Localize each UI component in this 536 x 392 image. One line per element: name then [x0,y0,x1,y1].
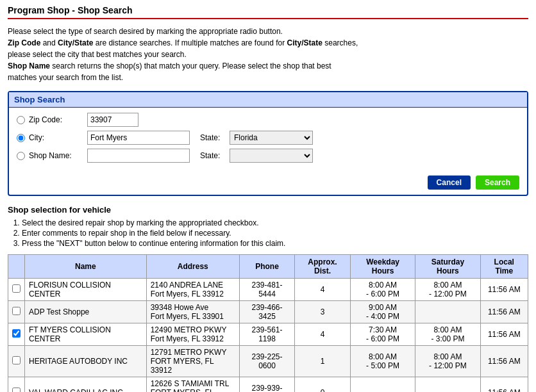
zip-code-radio-label[interactable]: Zip Code: [17,115,87,124]
intro-line4: Shop Name search returns the shop(s) tha… [8,60,528,72]
intro-text: Please select the type of search desired… [8,26,528,83]
col-header-saturday-hours: Saturday Hours [415,255,480,279]
intro-line5: matches your search from the list. [8,72,528,83]
shop-phone: 239-939-2212 [239,377,294,393]
shop-name-row: Shop Name: State: AlabamaAlaskaArizonaAr… [17,149,519,163]
col-header-phone: Phone [239,255,294,279]
zip-code-row: Zip Code: [17,113,519,127]
shop-name: FLORISUN COLLISION CENTER [25,279,147,301]
zip-code-input[interactable] [87,113,138,127]
intro-line2: Zip Code and City/State are distance sea… [8,37,528,49]
shop-name-input[interactable] [87,149,190,163]
shop-address: 12791 METRO PKWYFORT MYERS, FL 33912 [146,346,239,377]
table-row: VAL WARD CADILLAC INC12626 S TAMIAMI TRL… [8,377,528,393]
table-row: HERITAGE AUTOBODY INC12791 METRO PKWYFOR… [8,346,528,377]
zip-code-label: Zip Code: [29,115,62,124]
zip-code-radio[interactable] [17,116,25,124]
city-row: City: State: AlabamaAlaskaArizonaArkansa… [17,131,519,145]
shop-name-radio[interactable] [17,152,25,160]
shop-phone: 239-466-3425 [239,301,294,323]
intro-line3: please select the city that best matches… [8,49,528,60]
shop-local-time: 11:56 AM [480,301,528,323]
state-label-city: State: [200,133,226,142]
shop-approx-dist: 4 [295,279,351,301]
shop-address: 12626 S TAMIAMI TRLFORT MYERS, FL 33907 [146,377,239,393]
intro-shop-desc: search returns the shop(s) that match yo… [50,61,331,70]
cancel-button[interactable]: Cancel [428,176,471,190]
shop-name: VAL WARD CADILLAC INC [25,377,147,393]
shop-approx-dist: 1 [295,346,351,377]
col-header-checkbox [8,255,25,279]
table-row: ADP Test Shoppe39348 Howe AveFort Myers,… [8,301,528,323]
shop-saturday-hours [415,301,480,323]
shop-checkbox[interactable] [12,356,21,364]
col-header-weekday-hours: Weekday Hours [350,255,415,279]
shop-search-body: Zip Code: City: State: AlabamaAlaskaAriz… [9,108,527,172]
table-row: FT MYERS COLLISION CENTER12490 METRO PKW… [8,323,528,346]
shop-checkbox[interactable] [12,284,21,293]
city-input[interactable] [87,131,190,145]
shop-local-time: 11:56 AM [480,346,528,377]
shop-checkbox[interactable] [12,388,21,392]
shop-saturday-hours: 8:00 AM- 12:00 PM [415,346,480,377]
shop-address: 2140 ANDREA LANEFort Myers, FL 33912 [146,279,239,301]
city-radio[interactable] [17,134,25,142]
shop-name: FT MYERS COLLISION CENTER [25,323,147,346]
zip-code-bold: Zip Code [8,38,40,47]
table-row: FLORISUN COLLISION CENTER2140 ANDREA LAN… [8,279,528,301]
shop-approx-dist: 3 [295,301,351,323]
shop-weekday-hours [350,377,415,393]
city-radio-label[interactable]: City: [17,133,87,142]
shop-name-radio-label[interactable]: Shop Name: [17,151,87,160]
state-label-shop: State: [200,151,226,160]
shop-saturday-hours: 8:00 AM- 3:00 PM [415,323,480,346]
shop-checkbox[interactable] [12,307,21,315]
shop-address: 39348 Howe AveFort Myers, FL 33901 [146,301,239,323]
instruction-item: Enter comments to repair shop in the fie… [22,229,528,238]
shop-checkbox[interactable] [12,329,21,338]
intro-dist: are distance searches. If multiple match… [93,38,287,47]
shop-address: 12490 METRO PKWYFort Myers, FL 33912 [146,323,239,346]
table-header-row: Name Address Phone Approx. Dist. Weekday… [8,255,528,279]
button-row: Cancel Search [9,172,527,195]
intro-and: and [40,38,58,47]
shop-local-time: 11:56 AM [480,377,528,393]
shop-approx-dist: 4 [295,323,351,346]
shop-local-time: 11:56 AM [480,279,528,301]
shop-phone: 239-481-5444 [239,279,294,301]
state-select-city[interactable]: AlabamaAlaskaArizonaArkansasCaliforniaCo… [230,131,313,145]
instruction-item: Select the desired repair shop by markin… [22,218,528,227]
instruction-item: Press the "NEXT" button below to continu… [22,239,528,248]
city-state-bold2: City/State [287,38,322,47]
shop-weekday-hours: 8:00 AM- 5:00 PM [350,346,415,377]
shop-weekday-hours: 8:00 AM- 6:00 PM [350,279,415,301]
shop-table: Name Address Phone Approx. Dist. Weekday… [8,254,528,392]
shop-saturday-hours: 8:00 AM- 12:00 PM [415,279,480,301]
intro-line1: Please select the type of search desired… [8,26,528,37]
page-title: Program Shop - Shop Search [8,5,528,19]
col-header-name: Name [25,255,147,279]
shop-approx-dist: 0 [295,377,351,393]
col-header-approx-dist: Approx. Dist. [295,255,351,279]
shop-saturday-hours [415,377,480,393]
shop-phone: 239-561-1198 [239,323,294,346]
shop-name-bold: Shop Name [8,61,50,70]
shop-phone: 239-225-0600 [239,346,294,377]
city-state-bold: City/State [58,38,93,47]
col-header-local-time: Local Time [480,255,528,279]
shop-local-time: 11:56 AM [480,323,528,346]
shop-selection-title: Shop selection for vehicle [8,205,528,215]
instructions: Select the desired repair shop by markin… [8,218,528,248]
shop-weekday-hours: 7:30 AM- 6:00 PM [350,323,415,346]
city-label: City: [29,133,44,142]
col-header-address: Address [146,255,239,279]
shop-name-label: Shop Name: [29,151,72,160]
shop-weekday-hours: 9:00 AM- 4:00 PM [350,301,415,323]
search-button[interactable]: Search [476,176,519,190]
shop-name: HERITAGE AUTOBODY INC [25,346,147,377]
intro-searches: searches, [322,38,358,47]
shop-name: ADP Test Shoppe [25,301,147,323]
state-select-shop[interactable]: AlabamaAlaskaArizonaArkansasCaliforniaCo… [230,149,313,163]
shop-search-box: Shop Search Zip Code: City: State: Alaba… [8,91,528,196]
shop-search-header: Shop Search [9,92,527,108]
